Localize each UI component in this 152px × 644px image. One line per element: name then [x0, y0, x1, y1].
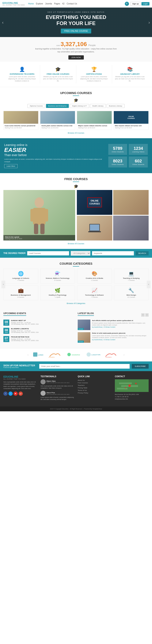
- nav-explore[interactable]: Explore: [36, 2, 43, 5]
- site-logo[interactable]: EDUONLINE ALL JOURNEY THAT YOU NEED: [3, 2, 25, 6]
- course-card-4[interactable]: ONLINECOURSES Nite mazem mikam vel luctu…: [114, 111, 149, 130]
- feature-courses: 🎓 FREE ONLINE COURSES Whether you dig wi…: [40, 65, 76, 84]
- feature-courses-title: FREE ONLINE COURSES: [42, 73, 74, 75]
- category-teaching[interactable]: 💻 Teaching & Studying 7 Courses: [114, 269, 149, 284]
- tab-diploma[interactable]: Diploma Courses: [27, 104, 45, 108]
- nav-contact[interactable]: Contact Us: [67, 2, 77, 5]
- course-img-1: [4, 111, 38, 124]
- free-course-price-left: Starting From Jul 12 2015: [5, 238, 73, 240]
- degree-finder-categories-select[interactable]: All Categories: [71, 251, 90, 256]
- category-arts[interactable]: 🎨 Creative Arts & Media 1 Courses: [77, 269, 112, 284]
- testimonial-author-2: Alace Pica: [46, 392, 69, 394]
- newsletter-subscribe-button[interactable]: SUBSCRIBE: [132, 364, 149, 368]
- category-health[interactable]: 🌿 Healthy & Psychology 1 Upade: [40, 286, 75, 300]
- event-info-3: PIKSUM NETEMI FACE Sunday, 04:00 am – 11…: [11, 336, 74, 341]
- nav-joomla[interactable]: Joomla: [45, 2, 52, 5]
- course-card-1[interactable]: Cuza sumo lobortis cursus posamerat Star…: [3, 111, 38, 130]
- blog-section: LATEST BLOG ‹ › 10 AUG Aut officiis debi…: [78, 312, 149, 345]
- tab-business-lit[interactable]: Business Literacy: [107, 104, 125, 108]
- quick-link-privacy[interactable]: Privacy Policy: [78, 392, 111, 394]
- stats-desc: learning together at EduOnline. Try high…: [34, 48, 118, 53]
- tab-health[interactable]: Health Literacy: [90, 104, 106, 108]
- contact-map: [115, 379, 149, 392]
- blog-prev-arrow[interactable]: ‹: [141, 313, 145, 317]
- categories-next-button[interactable]: ›: [147, 281, 150, 288]
- logo-1-image: LOGO: [33, 351, 43, 358]
- free-course-bottom-right[interactable]: [113, 216, 149, 240]
- tab-business[interactable]: Business and Enterprise: [46, 104, 69, 108]
- stats-banner-line2: EASIER: [4, 147, 105, 153]
- youtube-button[interactable]: ▶: [14, 392, 18, 396]
- learn-more-button[interactable]: Learn More: [4, 164, 18, 168]
- logo-4-image: LOGOTYPE: [86, 351, 100, 358]
- stats-banner-right: 5789 Online Students 1234 Learning Video…: [108, 144, 148, 168]
- degree-finder-courses-input[interactable]: [27, 251, 69, 256]
- category-webdesign-name: Web Design: [115, 294, 147, 296]
- free-course-online[interactable]: ONLINECOURSES: [77, 190, 112, 215]
- logos-prev-arrow[interactable]: ‹: [27, 353, 29, 356]
- nav-42[interactable]: 42: [62, 2, 65, 5]
- quick-link-terms[interactable]: Terms of Us: [78, 390, 111, 391]
- twitter-button[interactable]: t: [9, 392, 13, 396]
- tech-icon: 📈: [79, 288, 110, 293]
- free-course-top-right[interactable]: [113, 190, 149, 215]
- feature-courses-desc: Whether you dig with us for one week or …: [42, 76, 74, 82]
- hero-next-arrow[interactable]: ›: [148, 20, 150, 25]
- event-location-1: 123 Broadway, New York, NY 10006, USA: [11, 323, 74, 325]
- blog-info-1: Aut officiis debitis aut peribus autem q…: [92, 320, 149, 330]
- category-business[interactable]: 💼 Business & Management 3 Courses: [3, 286, 38, 300]
- signup-button[interactable]: Sign up: [130, 2, 141, 6]
- browse-free-courses-link[interactable]: Browse All Courses: [3, 242, 149, 245]
- events-blog-section: UPCOMING EVENTS 08 JUN SUNDAY MEET UP Su…: [0, 309, 152, 348]
- course-img-3: [77, 111, 112, 124]
- category-webdesign[interactable]: 🔧 Web Design 21 Courses: [114, 286, 149, 300]
- logo-sub: ALL JOURNEY THAT YOU NEED: [3, 4, 25, 6]
- logos-next-arrow[interactable]: ›: [123, 353, 125, 356]
- login-button[interactable]: Login: [141, 2, 149, 6]
- blog-post-title-2: Dolor et orbi malesuada posuere placerat…: [92, 332, 149, 334]
- footer-bottom: 2015 © Copyright Eduonline - All Right R…: [0, 406, 152, 411]
- testimonial-avatar-2: [41, 391, 46, 396]
- blog-next-arrow[interactable]: ›: [145, 313, 149, 317]
- course-info-1: Cuza sumo lobortis cursus posamerat Star…: [4, 124, 38, 130]
- tab-digital[interactable]: Digital Literacy & IT: [70, 104, 89, 108]
- nav-home[interactable]: Home: [28, 2, 34, 5]
- quick-link-pricing[interactable]: Pricing Table: [78, 387, 111, 389]
- course-price-3: Starting From Jul 08 2015: [78, 127, 111, 128]
- join-now-button[interactable]: JOIN NOW: [68, 55, 84, 60]
- categories-title: COURSE CATEGORIES: [3, 262, 149, 265]
- stat-box-4: 602 Online Students: [129, 156, 148, 168]
- logo-title: EDUONLINE: [3, 2, 25, 4]
- hero-cta-button[interactable]: FREE ONLINE COURSE: [61, 28, 91, 34]
- teachers-icon: 👤: [6, 67, 38, 72]
- browse-categories-link[interactable]: Browse All Categories: [3, 302, 149, 304]
- quick-links-title: QUICK LINK: [78, 375, 111, 378]
- course-card-2[interactable]: Xuma piam zumes lobortis cursus erat Sta…: [40, 111, 75, 130]
- quick-link-about[interactable]: About Us: [78, 379, 111, 381]
- blog-item-2: 10 AUG Dolor et orbi malesuada posuere p…: [78, 332, 149, 343]
- search-icon[interactable]: 🔍: [125, 2, 129, 6]
- free-course-bottom-left[interactable]: [77, 216, 112, 240]
- contact-email: info@eduonline.info: [115, 398, 149, 400]
- stat-number-3: 8023: [112, 159, 124, 164]
- category-language[interactable]: 🌐 Language & Cultures 7 Courses: [3, 269, 38, 284]
- free-course-card-left[interactable]: How to be a great Starting From Jul 12 2…: [3, 190, 75, 240]
- facebook-button[interactable]: f: [3, 392, 8, 396]
- browse-courses-link[interactable]: Browse All Courses: [3, 132, 149, 134]
- degree-finder-keyword-input[interactable]: [92, 251, 134, 256]
- stat-number-1: 5789: [112, 146, 124, 151]
- category-science[interactable]: ⚗️ Science, Maths & Technology 5 Courses: [40, 269, 75, 284]
- quick-link-courses[interactable]: Free Courses: [78, 382, 111, 384]
- hero-prev-arrow[interactable]: ‹: [2, 20, 4, 25]
- stats-label: People: [89, 44, 96, 46]
- quick-link-teachers[interactable]: Teachers: [78, 384, 111, 386]
- stat-box-1: 5789 Online Students: [108, 144, 127, 155]
- degree-finder-search-button[interactable]: SEARCH: [135, 251, 149, 256]
- nav-pages[interactable]: Pages: [54, 2, 60, 5]
- svg-rect-18: [119, 382, 132, 384]
- course-card-3[interactable]: Mipon cazem mikam lobortis cursus Starti…: [77, 111, 112, 130]
- category-tech[interactable]: 📈 Technology & Software 7 Courses: [77, 286, 112, 300]
- category-language-name: Language & Cultures: [5, 277, 37, 279]
- newsletter-email-input[interactable]: [39, 364, 130, 368]
- googleplus-button[interactable]: g+: [19, 392, 23, 396]
